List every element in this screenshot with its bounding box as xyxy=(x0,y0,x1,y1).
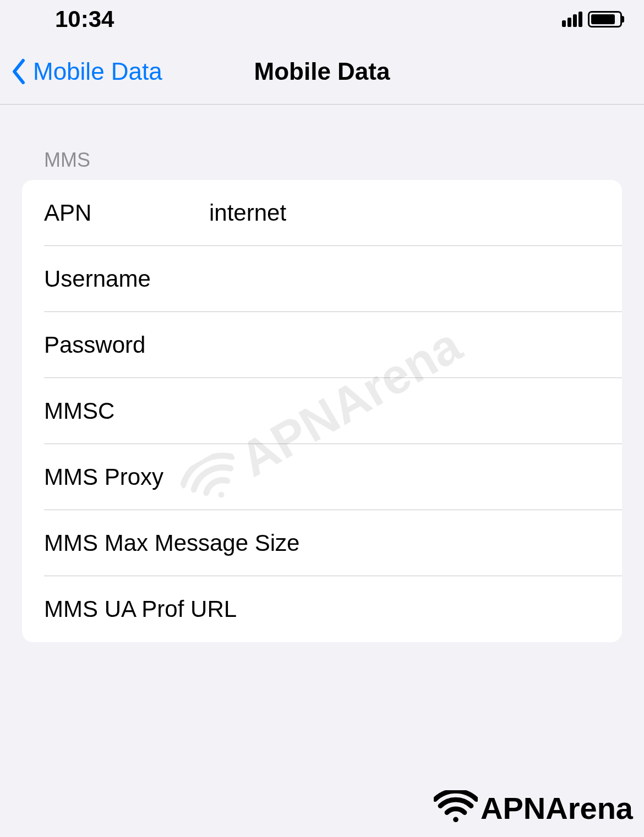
password-label: Password xyxy=(44,332,209,358)
mmsc-input[interactable] xyxy=(209,398,600,424)
mms-ua-prof-label: MMS UA Prof URL xyxy=(44,596,237,622)
apn-label: APN xyxy=(44,200,209,226)
branding-text: APNArena xyxy=(481,790,633,826)
section-header-mms: MMS xyxy=(22,149,622,180)
navigation-bar: Mobile Data Mobile Data xyxy=(0,39,644,105)
username-row[interactable]: Username xyxy=(22,246,622,312)
back-button-label: Mobile Data xyxy=(33,58,162,85)
apn-input[interactable] xyxy=(209,200,600,226)
apn-row[interactable]: APN xyxy=(22,180,622,246)
cellular-signal-icon xyxy=(562,12,582,27)
status-icons xyxy=(562,11,622,28)
username-input[interactable] xyxy=(209,266,600,292)
back-button[interactable]: Mobile Data xyxy=(11,58,162,85)
password-input[interactable] xyxy=(209,332,600,358)
mms-proxy-row[interactable]: MMS Proxy xyxy=(22,444,622,510)
content-area: MMS APN Username Password MMSC MMS Proxy xyxy=(0,105,644,642)
mms-max-size-input[interactable] xyxy=(299,530,600,556)
username-label: Username xyxy=(44,266,209,292)
mms-ua-prof-input[interactable] xyxy=(237,596,600,622)
mms-max-size-label: MMS Max Message Size xyxy=(44,530,299,556)
mms-max-size-row[interactable]: MMS Max Message Size xyxy=(22,510,622,576)
password-row[interactable]: Password xyxy=(22,312,622,378)
mms-proxy-input[interactable] xyxy=(209,464,600,490)
page-title: Mobile Data xyxy=(254,58,390,85)
branding-logo: APNArena xyxy=(434,790,633,826)
mms-proxy-label: MMS Proxy xyxy=(44,464,209,490)
status-bar: 10:34 xyxy=(0,0,644,39)
mms-settings-group: APN Username Password MMSC MMS Proxy MMS… xyxy=(22,180,622,642)
mms-ua-prof-row[interactable]: MMS UA Prof URL xyxy=(22,576,622,642)
mmsc-row[interactable]: MMSC xyxy=(22,378,622,444)
battery-icon xyxy=(588,11,622,28)
mmsc-label: MMSC xyxy=(44,398,209,424)
status-time: 10:34 xyxy=(55,6,114,32)
chevron-left-icon xyxy=(11,58,28,85)
wifi-icon xyxy=(434,790,478,826)
